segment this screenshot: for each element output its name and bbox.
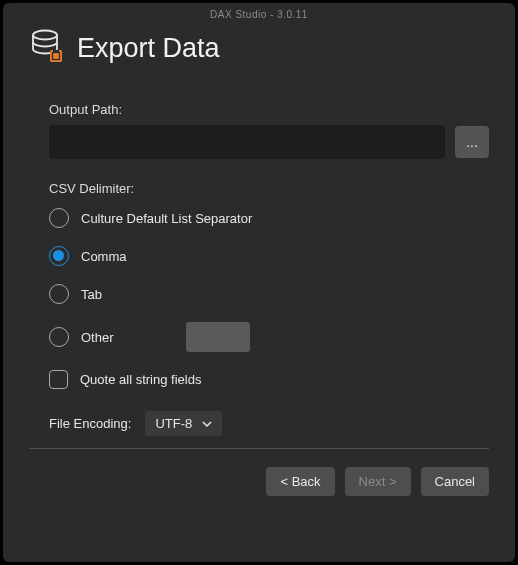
svg-point-0	[33, 31, 57, 40]
checkbox-label: Quote all string fields	[80, 372, 201, 387]
cancel-button[interactable]: Cancel	[421, 467, 489, 496]
checkbox-icon[interactable]	[49, 370, 68, 389]
radio-icon[interactable]	[49, 327, 69, 347]
delimiter-other-input[interactable]	[186, 322, 250, 352]
csv-delimiter-group: CSV Delimiter: Culture Default List Sepa…	[49, 181, 489, 389]
file-encoding-select[interactable]: UTF-8	[145, 411, 222, 436]
csv-delimiter-label: CSV Delimiter:	[49, 181, 489, 196]
output-path-input[interactable]	[49, 125, 445, 159]
delimiter-option-comma[interactable]: Comma	[49, 246, 489, 266]
radio-label: Tab	[81, 287, 102, 302]
dialog-header: Export Data	[29, 28, 489, 68]
back-button[interactable]: < Back	[266, 467, 334, 496]
browse-button[interactable]: ...	[455, 126, 489, 158]
divider	[29, 448, 489, 449]
file-encoding-row: File Encoding: UTF-8	[49, 411, 489, 436]
radio-label: Other	[81, 330, 114, 345]
radio-icon[interactable]	[49, 246, 69, 266]
quote-strings-option[interactable]: Quote all string fields	[49, 370, 489, 389]
wizard-buttons: < Back Next > Cancel	[29, 467, 489, 496]
delimiter-option-other[interactable]: Other	[49, 322, 489, 352]
file-encoding-label: File Encoding:	[49, 416, 131, 431]
output-path-group: Output Path: ...	[49, 102, 489, 159]
file-encoding-value: UTF-8	[155, 416, 192, 431]
svg-rect-3	[53, 50, 59, 53]
delimiter-option-culture[interactable]: Culture Default List Separator	[49, 208, 489, 228]
radio-icon[interactable]	[49, 284, 69, 304]
radio-icon[interactable]	[49, 208, 69, 228]
radio-label: Culture Default List Separator	[81, 211, 252, 226]
export-data-dialog: DAX Studio - 3.0.11 Export Data Output P…	[3, 3, 515, 562]
delimiter-option-tab[interactable]: Tab	[49, 284, 489, 304]
next-button[interactable]: Next >	[345, 467, 411, 496]
app-title: DAX Studio - 3.0.11	[29, 9, 489, 20]
output-path-label: Output Path:	[49, 102, 489, 117]
chevron-down-icon	[202, 419, 212, 429]
dialog-title: Export Data	[77, 33, 220, 64]
radio-label: Comma	[81, 249, 127, 264]
database-export-icon	[29, 28, 65, 68]
